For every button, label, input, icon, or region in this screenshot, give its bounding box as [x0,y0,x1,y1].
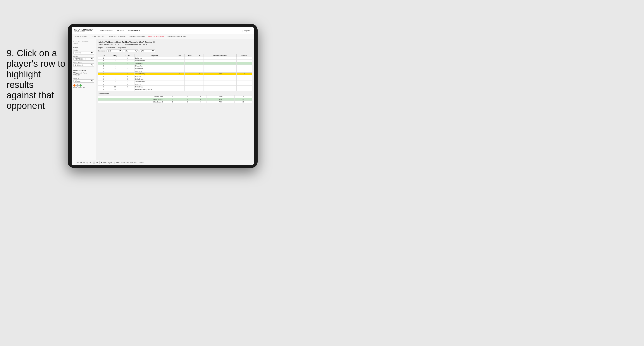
gender-select[interactable]: Women's [73,51,94,54]
cut-btn[interactable]: ✂ [90,162,91,164]
subnav-player-h2h-heatmap[interactable]: PLAYER H2H HEATMAP [167,35,187,38]
filter-row: Opponents: (All) (All) (All) [98,49,252,53]
col-reg: # Reg [109,54,121,57]
redo2-btn[interactable]: ↪ [84,162,85,164]
subnav-team-summary[interactable]: TEAM SUMMARY [74,35,88,38]
col-loss: Loss [184,54,196,57]
division-label: Division [73,55,94,57]
division-select[interactable]: NCAA Division III [73,57,94,61]
subnav-player-h2h-grid[interactable]: PLAYER H2H GRID [148,35,164,38]
logo-text: SCOREBOARD [74,28,92,31]
colour-dots [73,84,94,87]
subnav-player-summary[interactable]: PLAYER SUMMARY [129,35,145,38]
colour-by-label: Colour by [73,77,94,79]
redo1-btn[interactable]: ⟳ [80,162,82,164]
out-of-division-row[interactable]: NAIA Division 115009.26730 [98,98,252,101]
share-btn[interactable]: ⬡ Share [138,162,144,164]
record-row: Overall Record: 353 - 34 - 6 Division Re… [98,44,252,46]
table-row[interactable]: 914Sharon Mun [98,65,252,67]
colour-labels: Down Level Up [73,87,94,88]
out-of-division-row[interactable]: Foreign Team1004.5002 [98,96,252,98]
out-of-division-row[interactable]: NCAA Division 25007.40010 [98,101,252,103]
sub-nav: TEAM SUMMARY TEAM H2H GRID TEAM H2H HEAT… [72,34,254,39]
opponents-played-option[interactable]: Opponents Played [73,72,94,74]
top100-option[interactable]: Top 100 [73,74,94,76]
save-custom-view-btn[interactable]: ⬜ Save Custom View [114,162,129,164]
subnav-team-h2h-grid[interactable]: TEAM H2H GRID [92,35,105,38]
table-row[interactable]: 613Sydney Kuo [98,62,252,65]
main-content: Last Updated: 27/03/2024 16:55:28 Player… [72,39,254,165]
watch-btn[interactable]: 👁 Watch [130,162,136,163]
toolbar-sep1 [99,161,100,164]
table-row[interactable]: 1063Andrea York [98,67,252,70]
undo-btn[interactable]: ↩ [77,162,79,164]
table-row[interactable]: 20117Federica Domecq Lacroze [98,88,252,91]
colour-section: Colour by Win/loss Down Level Up [73,77,94,88]
tablet-frame: SCOREBOARD Powered by clippi TOURNAMENTS… [68,24,258,168]
opponents-filter-label: Opponents: [98,50,105,52]
filter-sections: Region Conference Opponent [98,47,252,49]
sign-out-sep: | [242,29,242,32]
col-conf: # Conf [121,54,134,57]
col-win: Win [175,54,184,57]
left-panel: Last Updated: 27/03/2024 16:55:28 Player… [72,39,96,165]
table-row[interactable]: 1474Eunice Yi [98,75,252,78]
nav-teams[interactable]: TEAMS [116,29,124,32]
tablet-screen: SCOREBOARD Powered by clippi TOURNAMENTS… [72,27,254,165]
overall-record: Overall Record: 353 - 34 - 6 [98,44,119,46]
sign-out-button[interactable]: Sign out [244,29,251,32]
nav-items: TOURNAMENTS TEAMS COMMITTEE [97,29,242,32]
opp-filter-select[interactable]: (All) [140,49,155,52]
col-rounds: Rounds [236,54,252,57]
h2h-grid-table: # Div # Reg # Conf Opponent Win Loss Tie… [98,54,252,91]
top100-radio[interactable] [73,74,75,75]
colour-dot-down [73,84,76,87]
division-record: Division Record: 331 - 34 - 6 [125,44,147,46]
conference-filter-section: Conference [106,47,115,49]
right-panel: Katelyn Vo Head-to-Head Grid for Women's… [96,39,254,165]
paste-btn[interactable]: ⬜ [92,162,95,164]
subnav-team-h2h-heatmap[interactable]: TEAM H2H HEATMAP [108,35,126,38]
colour-by-select[interactable]: Win/loss [73,79,94,83]
view-original-btn[interactable]: 👁 View: Original [101,162,112,163]
logo-area: SCOREBOARD Powered by clippi [74,28,92,32]
grid-title: Katelyn Vo Head-to-Head Grid for Women's… [98,41,252,43]
region-label: Region [98,47,103,48]
opponent-filter-label: Opponent [118,47,126,48]
player-rank-label: Player (Rank) [73,61,94,63]
nav-tournaments[interactable]: TOURNAMENTS [97,29,113,32]
gender-label: Gender [73,49,94,51]
table-row[interactable]: 522Alexis Sudjianto [98,59,252,62]
colour-dot-up [80,84,82,87]
table-row[interactable]: 1311Jessica Huang010-3.002 [98,73,252,75]
col-tie: Tie [196,54,204,57]
region-filter-section: Region [98,47,103,49]
annotation-text: 9. Click on a player's row to highlight … [6,48,66,111]
save-icon: ⬜ [114,162,116,164]
view-icon: 👁 [101,162,102,163]
col-div: # Div [98,54,109,57]
last-updated: Last Updated: 27/03/2024 16:55:28 [73,41,94,45]
copy-btn[interactable]: ⊞ [86,162,88,164]
conference-label: Conference [106,47,115,48]
out-of-division-table: Foreign Team1004.5002NAIA Division 11500… [98,95,252,103]
col-diff: Diff Av Strokes/Rnd [204,54,237,57]
table-row[interactable]: 1691Jessica Mason [98,80,252,83]
nav-bar: SCOREBOARD Powered by clippi TOURNAMENTS… [72,27,254,34]
table-row[interactable]: 19106Emily Chang [98,86,252,88]
opponents-played-radio[interactable] [73,72,75,73]
logo-sub: Powered by clippi [74,31,92,32]
table-row[interactable]: 1585Stella Cheng [98,78,252,80]
player-section-title: Player [73,46,94,48]
watch-icon: 👁 [130,162,132,163]
opponents-filter-select[interactable]: (All) [106,49,122,52]
player-rank-select[interactable]: 8. Katelyn Vo [73,63,94,67]
table-row[interactable]: 31Esther Lee [98,57,252,59]
refresh-btn[interactable]: ⟳ [96,162,98,164]
colour-dot-level [76,84,78,87]
conf-filter-select[interactable]: (All) [123,49,138,52]
nav-committee[interactable]: COMMITTEE [128,29,140,32]
bottom-toolbar: ↩ ⟳ ↪ ⊞ ✂ ⬜ ⟳ 👁 View: Original ⬜ Save Cu… [76,160,250,165]
table-row[interactable]: 13Heeji Hyun [98,70,252,73]
table-row[interactable]: 1822Euna Lee [98,83,252,86]
